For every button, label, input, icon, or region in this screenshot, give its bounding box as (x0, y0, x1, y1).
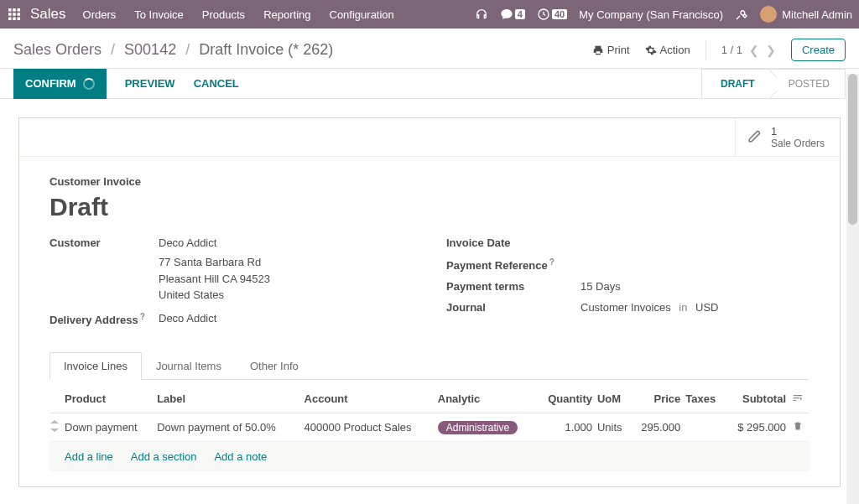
payment-ref-value[interactable] (580, 257, 810, 272)
app-brand[interactable]: Sales (30, 6, 66, 23)
add-section-link[interactable]: Add a section (131, 450, 197, 463)
messages-badge: 4 (515, 9, 525, 19)
pager-prev[interactable]: ❮ (749, 44, 759, 57)
status-posted[interactable]: POSTED (770, 69, 846, 99)
nav-configuration[interactable]: Configuration (330, 8, 394, 21)
cell-price[interactable]: 295.000 (633, 413, 685, 441)
breadcrumb-root[interactable]: Sales Orders (13, 41, 102, 58)
cell-analytic[interactable]: Administrative (438, 413, 539, 441)
tab-other-info[interactable]: Other Info (236, 352, 313, 380)
statusbar: DRAFT POSTED (701, 69, 859, 98)
cell-account[interactable]: 400000 Product Sales (305, 413, 438, 441)
customer-label: Customer (49, 236, 159, 249)
invoice-date-label: Invoice Date (446, 236, 580, 249)
help-icon[interactable]: ? (140, 312, 145, 321)
systray-support-icon[interactable] (475, 8, 488, 21)
tab-invoice-lines[interactable]: Invoice Lines (49, 352, 142, 380)
nav-reporting[interactable]: Reporting (263, 8, 310, 21)
col-qty[interactable]: Quantity (539, 385, 597, 413)
cell-qty[interactable]: 1.000 (539, 413, 597, 441)
systray-messages[interactable]: 4 (500, 8, 525, 21)
scrollbar[interactable] (846, 74, 859, 504)
section-title: Customer Invoice (49, 175, 810, 188)
print-button[interactable]: Print (592, 44, 630, 56)
add-note-link[interactable]: Add a note (214, 450, 267, 463)
svg-rect-7 (13, 18, 16, 21)
action-button[interactable]: Action (645, 44, 690, 56)
svg-rect-6 (8, 18, 12, 21)
col-price[interactable]: Price (633, 385, 685, 413)
columns-settings-icon[interactable] (792, 393, 804, 406)
nav-products[interactable]: Products (202, 8, 245, 21)
systray: 4 40 My Company (San Francisco) Mitchell… (475, 6, 852, 23)
cell-label[interactable]: Down payment of 50.0% (157, 413, 304, 441)
right-column: Invoice Date Payment Reference? Payment … (446, 236, 810, 331)
preview-button[interactable]: PREVIEW (125, 77, 175, 90)
col-account[interactable]: Account (305, 385, 438, 413)
payment-terms-value[interactable]: 15 Days (580, 280, 810, 293)
sale-orders-stat-button[interactable]: 1 Sale Orders (735, 118, 840, 156)
cell-product[interactable]: Down payment (65, 413, 157, 441)
pencil-icon (747, 128, 763, 146)
col-product[interactable]: Product (65, 385, 157, 413)
svg-rect-3 (8, 13, 12, 16)
cell-uom[interactable]: Units (597, 413, 633, 441)
delivery-value[interactable]: Deco Addict (159, 312, 413, 326)
svg-rect-1 (13, 8, 16, 12)
breadcrumb-current: Draft Invoice (* 262) (199, 41, 333, 58)
payment-ref-label: Payment Reference? (446, 257, 580, 272)
breadcrumb-order[interactable]: S00142 (124, 41, 176, 58)
invoice-date-value[interactable] (580, 236, 810, 249)
table-row[interactable]: Down payment Down payment of 50.0% 40000… (49, 413, 810, 441)
customer-city: Pleasant Hill CA 94523 (159, 271, 413, 288)
nav-orders[interactable]: Orders (83, 8, 117, 21)
create-button[interactable]: Create (791, 39, 846, 61)
company-selector[interactable]: My Company (San Francisco) (579, 8, 723, 21)
gear-icon (645, 44, 657, 56)
add-line-link[interactable]: Add a line (65, 450, 113, 463)
pager-next[interactable]: ❯ (766, 44, 776, 57)
customer-street: 77 Santa Barbara Rd (159, 254, 413, 271)
cell-subtotal: $ 295.000 (727, 413, 791, 441)
page-title: Draft (49, 193, 810, 221)
status-row: CONFIRM PREVIEW CANCEL DRAFT POSTED (0, 69, 859, 99)
col-subtotal[interactable]: Subtotal (727, 385, 791, 413)
svg-rect-2 (18, 8, 21, 12)
left-column: Customer Deco Addict 77 Santa Barbara Rd… (49, 236, 413, 331)
systray-activities[interactable]: 40 (537, 8, 567, 21)
col-taxes[interactable]: Taxes (685, 385, 727, 413)
delivery-label: Delivery Address? (49, 312, 159, 326)
analytic-tag[interactable]: Administrative (438, 421, 518, 434)
col-uom[interactable]: UoM (597, 385, 633, 413)
svg-rect-4 (13, 13, 16, 16)
stat-count: 1 (771, 125, 825, 138)
pager: 1 / 1 ❮ ❯ (721, 44, 776, 57)
tab-journal-items[interactable]: Journal Items (142, 352, 236, 380)
stat-label: Sale Orders (771, 138, 825, 149)
nav-to-invoice[interactable]: To Invoice (134, 8, 184, 21)
user-menu[interactable]: Mitchell Admin (760, 6, 852, 23)
cancel-button[interactable]: CANCEL (194, 77, 239, 90)
user-name: Mitchell Admin (782, 8, 852, 21)
top-navbar: Sales Orders To Invoice Products Reporti… (0, 0, 859, 29)
drag-handle-icon[interactable] (49, 413, 65, 441)
svg-rect-0 (8, 8, 12, 12)
delete-row-icon[interactable] (793, 422, 803, 434)
cell-taxes[interactable] (685, 413, 727, 441)
col-label[interactable]: Label (157, 385, 304, 413)
svg-rect-5 (18, 13, 21, 16)
journal-value[interactable]: Customer Invoices in USD (580, 301, 810, 314)
form-sheet: 1 Sale Orders Customer Invoice Draft Cus… (18, 117, 841, 487)
breadcrumb-sep: / (185, 41, 190, 58)
help-icon[interactable]: ? (549, 257, 554, 267)
apps-icon[interactable] (7, 7, 22, 22)
svg-rect-8 (18, 18, 21, 21)
col-analytic[interactable]: Analytic (438, 385, 539, 413)
activities-badge: 40 (552, 9, 567, 19)
confirm-button[interactable]: CONFIRM (13, 69, 107, 99)
customer-value[interactable]: Deco Addict (159, 236, 413, 249)
pager-count[interactable]: 1 / 1 (721, 44, 742, 56)
scrollbar-thumb[interactable] (848, 74, 857, 225)
status-draft[interactable]: DRAFT (701, 69, 770, 99)
systray-tools-icon[interactable] (735, 8, 748, 21)
